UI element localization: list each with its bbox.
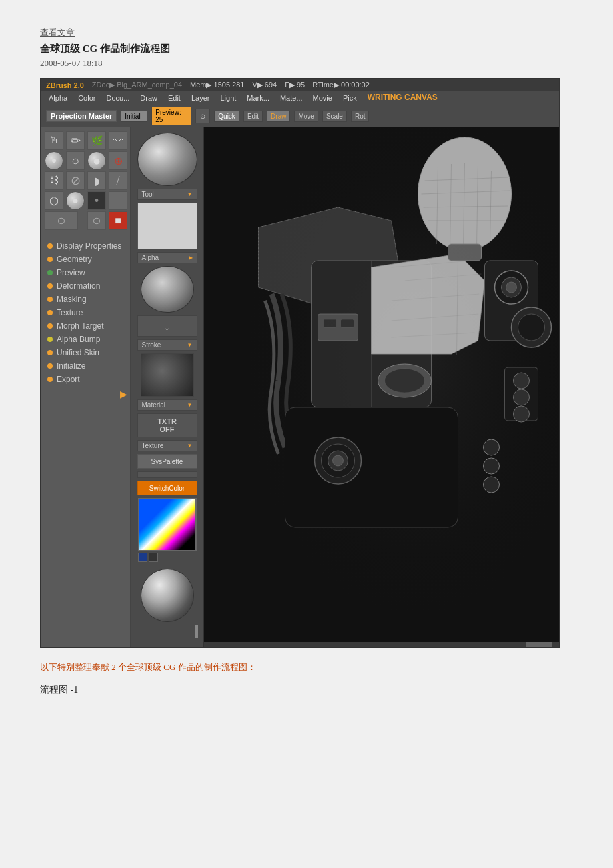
tool-icon-swirl[interactable]: ⊕: [109, 151, 127, 170]
left-menu: Display Properties Geometry Preview Defo…: [41, 239, 130, 386]
tool-icon-pen[interactable]: ✏: [66, 131, 85, 150]
flow-label: 流程图 -1: [40, 684, 573, 696]
article-date: 2008-05-07 18:18: [40, 58, 573, 69]
material-btn[interactable]: Material ▼: [137, 399, 197, 411]
tool-icon-ring3[interactable]: ○: [87, 211, 106, 230]
right-canvas[interactable]: [204, 127, 559, 647]
menu-draw[interactable]: Draw: [137, 93, 160, 103]
menu-pick[interactable]: Pick: [340, 93, 360, 103]
menu-initialize[interactable]: Initialize: [41, 359, 130, 373]
download-btn[interactable]: ↓: [137, 315, 197, 337]
tool-icon-ring[interactable]: ○: [66, 151, 85, 170]
color-picker[interactable]: [138, 498, 197, 551]
menu-color[interactable]: Color: [75, 93, 98, 103]
menu-unified-skin[interactable]: Unified Skin: [41, 346, 130, 359]
tool-icon-rect[interactable]: ■: [109, 211, 127, 230]
left-panel: 🖱 ✏ 🌿 〰 ● ○ ● ⊕ ⛓ ⊘ ◗ / ⬡ ●: [41, 127, 131, 647]
color-box-dark[interactable]: [149, 553, 158, 562]
svg-rect-47: [448, 244, 482, 261]
svg-rect-49: [324, 319, 337, 327]
svg-point-31: [484, 458, 500, 474]
tool-icon-cube[interactable]: ⬡: [45, 191, 63, 210]
tool-icon-sphere[interactable]: ●: [45, 151, 63, 170]
txtr-off-btn[interactable]: TXTROFF: [137, 413, 197, 437]
toolbar-preview[interactable]: Preview: 25: [151, 107, 191, 125]
tool-icon-arrow[interactable]: 🖱: [45, 131, 63, 150]
toolbar-initial[interactable]: Initial: [121, 111, 147, 122]
zbrush-window: ZBrush 2.0 ZDoc▶ Big_ARM_comp_04 Mem▶ 15…: [40, 78, 560, 648]
projection-master-btn[interactable]: Projection Master: [46, 110, 117, 122]
submenu-bar: Projection Master Initial Preview: 25 ⊙ …: [41, 105, 559, 127]
menu-bar: Alpha Color Docu... Draw Edit Layer Ligh…: [41, 91, 559, 105]
texture-slot[interactable]: [137, 203, 197, 249]
color-picker-container: [138, 498, 197, 562]
toolbar-edit[interactable]: Edit: [243, 111, 263, 122]
scrollbar-bottom[interactable]: [204, 642, 559, 647]
menu-deformation[interactable]: Deformation: [41, 279, 130, 293]
article-link[interactable]: 查看文章: [40, 27, 573, 39]
menu-preview[interactable]: Preview: [41, 266, 130, 279]
tool-icon-chain[interactable]: ⛓: [45, 171, 63, 190]
menu-mark[interactable]: Mark...: [244, 93, 272, 103]
scrollbar-thumb[interactable]: [526, 642, 552, 647]
texture-btn[interactable]: Texture ▼: [137, 440, 197, 451]
alpha-btn[interactable]: Alpha ▶: [137, 252, 197, 263]
toolbar-rot[interactable]: Rot: [351, 111, 370, 122]
menu-docu[interactable]: Docu...: [103, 93, 132, 103]
color-small-boxes: [138, 553, 197, 562]
menu-movie[interactable]: Movie: [310, 93, 335, 103]
menu-mate[interactable]: Mate...: [277, 93, 305, 103]
menu-display-properties[interactable]: Display Properties: [41, 239, 130, 253]
writing-canvas-label: WRITING CANVAS: [368, 93, 438, 103]
bullet-texture: [47, 310, 53, 315]
svg-point-24: [518, 314, 545, 341]
f-info: F▶ 95: [285, 81, 305, 89]
menu-geometry[interactable]: Geometry: [41, 253, 130, 266]
bullet-masking: [47, 297, 53, 302]
tool-icon-moon[interactable]: ◗: [87, 171, 106, 190]
syspalette-btn[interactable]: SysPalette: [137, 454, 197, 469]
toolbar-quick[interactable]: Quick: [214, 111, 239, 122]
mem-info: Mem▶ 1505.281: [190, 81, 244, 89]
bullet-display: [47, 243, 53, 249]
tool-icon-sphere2[interactable]: ●: [87, 151, 106, 170]
menu-alpha-bump[interactable]: Alpha Bump: [41, 333, 130, 346]
menu-alpha[interactable]: Alpha: [46, 93, 70, 103]
bullet-unified: [47, 350, 53, 355]
bullet-geometry: [47, 257, 53, 262]
tool-icons-grid: 🖱 ✏ 🌿 〰 ● ○ ● ⊕ ⛓ ⊘ ◗ / ⬡ ●: [41, 127, 130, 234]
tool-icon-empty[interactable]: [109, 191, 127, 210]
expand-arrow[interactable]: ▶: [41, 386, 130, 403]
color-bar: [137, 471, 197, 478]
tool-icon-slash[interactable]: /: [109, 171, 127, 190]
tool-icon-dot[interactable]: •: [87, 191, 106, 210]
tool-icon-ring2[interactable]: ○: [45, 211, 78, 230]
menu-masking[interactable]: Masking: [41, 293, 130, 306]
menu-light[interactable]: Light: [217, 93, 239, 103]
tool-icon-circle-slash[interactable]: ⊘: [66, 171, 85, 190]
bullet-alpha-bump: [47, 337, 53, 342]
switchcolor-btn[interactable]: SwitchColor: [137, 481, 197, 495]
stroke-btn[interactable]: Stroke ▼: [137, 339, 197, 351]
menu-export[interactable]: Export: [41, 373, 130, 386]
menu-morph-target[interactable]: Morph Target: [41, 319, 130, 333]
tool-preview-sphere: [137, 133, 197, 186]
toolbar-scale[interactable]: Scale: [322, 111, 347, 122]
toolbar-move[interactable]: Move: [294, 111, 318, 122]
toolbar-icon-1[interactable]: ⊙: [195, 109, 210, 123]
color-box-blue[interactable]: [138, 553, 147, 562]
tool-icon-leaf[interactable]: 🌿: [87, 131, 106, 150]
menu-edit[interactable]: Edit: [165, 93, 183, 103]
svg-point-34: [514, 373, 530, 389]
main-content: 🖱 ✏ 🌿 〰 ● ○ ● ⊕ ⛓ ⊘ ◗ / ⬡ ●: [41, 127, 559, 647]
svg-point-37: [418, 137, 512, 251]
tool-icon-sphere3[interactable]: ●: [66, 191, 85, 210]
tool-icon-brush[interactable]: 〰: [109, 131, 127, 150]
tool-btn[interactable]: Tool ▼: [137, 189, 197, 200]
menu-texture[interactable]: Texture: [41, 306, 130, 319]
menu-layer[interactable]: Layer: [189, 93, 213, 103]
svg-rect-50: [341, 319, 354, 327]
svg-point-22: [506, 282, 517, 293]
bullet-preview: [47, 270, 53, 275]
toolbar-draw[interactable]: Draw: [267, 111, 290, 122]
